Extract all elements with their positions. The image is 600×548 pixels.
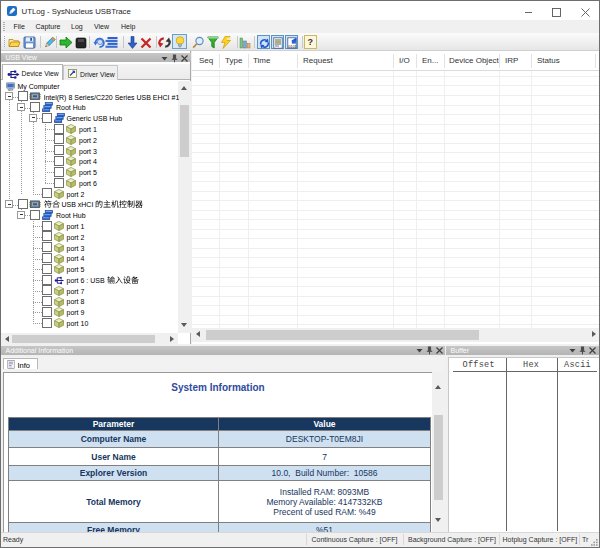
- svg-text:0101: 0101: [288, 44, 296, 48]
